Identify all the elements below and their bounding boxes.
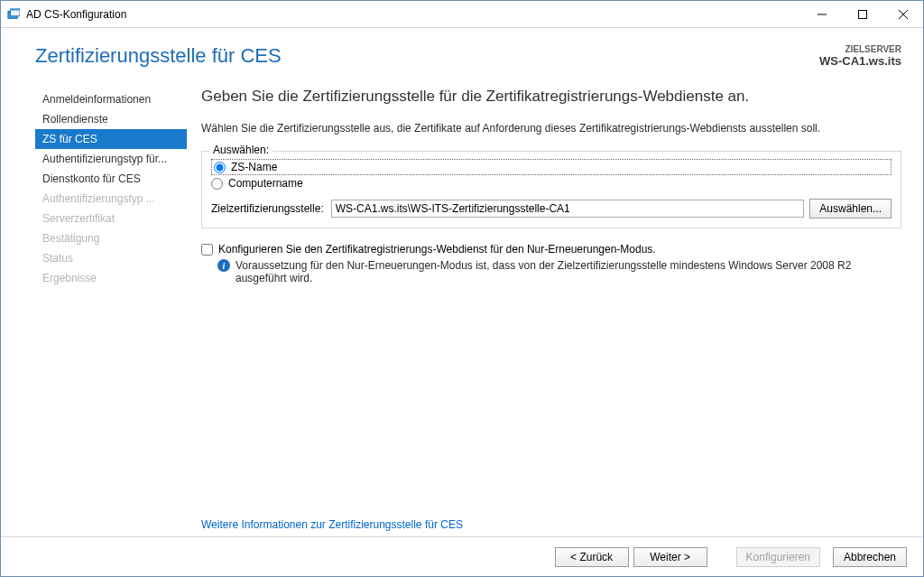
- main-content: Geben Sie die Zertifizierungsstelle für …: [187, 88, 901, 536]
- window-title: AD CS-Konfiguration: [26, 8, 801, 21]
- step-confirmation: Bestätigung: [35, 228, 187, 248]
- server-value: WS-CA1.ws.its: [819, 54, 901, 68]
- svg-rect-3: [11, 8, 21, 10]
- radio-ca-name[interactable]: [214, 162, 226, 173]
- wizard-steps: Anmeldeinformationen Rollendienste ZS fü…: [35, 88, 187, 536]
- target-ca-row: Zielzertifizierungsstelle: Auswählen...: [211, 199, 892, 219]
- wizard-window: AD CS-Konfiguration Zertifizierungsstell…: [0, 0, 924, 577]
- target-ca-field[interactable]: [331, 200, 805, 218]
- nav-button-pair: < Zurück Weiter >: [550, 547, 707, 567]
- close-button[interactable]: [882, 1, 923, 27]
- radio-computer-name[interactable]: [211, 178, 223, 190]
- info-icon: i: [217, 259, 230, 272]
- group-title: Auswählen:: [209, 144, 273, 156]
- info-row: i Voraussetzung für den Nur-Erneuerungen…: [201, 259, 901, 284]
- configure-button: Konfigurieren: [736, 547, 820, 567]
- renewal-only-label: Konfigurieren Sie den Zertifikatregistri…: [218, 243, 656, 256]
- maximize-button[interactable]: [842, 1, 882, 27]
- step-role-services[interactable]: Rollendienste: [35, 109, 187, 129]
- step-results: Ergebnisse: [35, 268, 187, 288]
- select-ca-button[interactable]: Auswählen...: [809, 199, 892, 219]
- svg-rect-4: [858, 10, 866, 18]
- radio-ca-name-label: ZS-Name: [231, 161, 277, 173]
- cancel-button[interactable]: Abbrechen: [833, 547, 907, 567]
- step-server-certificate: Serverzertifikat: [35, 209, 187, 228]
- header-area: Zertifizierungsstelle für CES ZIELSERVER…: [1, 28, 923, 79]
- info-text: Voraussetzung für den Nur-Erneuerungen-M…: [236, 259, 901, 284]
- more-info-link[interactable]: Weitere Informationen zur Zertifizierung…: [201, 511, 901, 531]
- app-icon: [6, 7, 21, 22]
- target-ca-label: Zielzertifizierungsstelle:: [211, 202, 324, 215]
- step-auth-type: Authentifizierungstyp ...: [35, 189, 187, 209]
- main-heading: Geben Sie die Zertifizierungsstelle für …: [201, 88, 901, 106]
- minimize-button[interactable]: [801, 1, 842, 27]
- step-auth-type-for[interactable]: Authentifizierungstyp für...: [35, 149, 187, 169]
- title-bar: AD CS-Konfiguration: [1, 1, 923, 28]
- body-area: Anmeldeinformationen Rollendienste ZS fü…: [1, 79, 923, 536]
- radio-computer-name-label: Computername: [228, 177, 303, 190]
- description-text: Wählen Sie die Zertifizierungsstelle aus…: [201, 122, 901, 135]
- window-controls: [801, 1, 923, 27]
- wizard-footer: < Zurück Weiter > Konfigurieren Abbreche…: [1, 536, 923, 576]
- step-ca-for-ces[interactable]: ZS für CES: [35, 129, 187, 149]
- radio-computer-name-row[interactable]: Computername: [211, 175, 892, 191]
- step-service-account-ces[interactable]: Dienstkonto für CES: [35, 169, 187, 189]
- next-button[interactable]: Weiter >: [633, 547, 707, 567]
- previous-button[interactable]: < Zurück: [555, 547, 629, 567]
- destination-server-info: ZIELSERVER WS-CA1.ws.its: [819, 44, 901, 68]
- radio-ca-name-row[interactable]: ZS-Name: [211, 159, 892, 175]
- page-title: Zertifizierungsstelle für CES: [35, 44, 819, 68]
- step-status: Status: [35, 248, 187, 268]
- select-group: Auswählen: ZS-Name Computername Zielzert…: [201, 151, 901, 228]
- renewal-only-checkbox[interactable]: [201, 244, 213, 256]
- renewal-only-row[interactable]: Konfigurieren Sie den Zertifikatregistri…: [201, 243, 901, 256]
- step-credentials[interactable]: Anmeldeinformationen: [35, 89, 187, 109]
- server-label: ZIELSERVER: [819, 44, 901, 54]
